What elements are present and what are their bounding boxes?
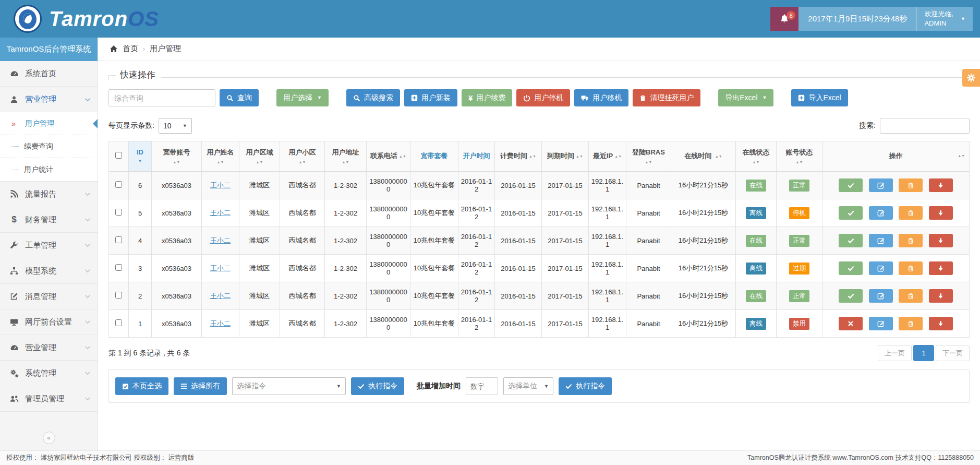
- delete-user-button[interactable]: [899, 206, 923, 220]
- user-name-link[interactable]: 王小二: [210, 181, 231, 189]
- breadcrumb-home[interactable]: 首页: [123, 44, 138, 54]
- column-header-ip[interactable]: 最近IP▲▼: [589, 141, 626, 172]
- select-all-checkbox[interactable]: [115, 152, 122, 159]
- user-menu[interactable]: 欢迎光临, ADMIN ▼: [916, 7, 973, 31]
- toggle-user-button[interactable]: [839, 178, 863, 192]
- sidebar-item-finance-mgmt[interactable]: $ 财务管理: [0, 207, 98, 233]
- select-all-button[interactable]: 选择所有: [174, 377, 227, 395]
- column-header-online-status[interactable]: 在线状态▲▼: [736, 141, 777, 172]
- page-size-select[interactable]: 10 ▼: [159, 118, 192, 134]
- column-header-actions[interactable]: 操作▲▼: [822, 141, 970, 172]
- toggle-user-button[interactable]: [839, 261, 863, 275]
- toggle-user-button[interactable]: [839, 289, 863, 303]
- column-header-online-time[interactable]: 在线时间 ▲▼: [671, 141, 736, 172]
- row-checkbox[interactable]: [115, 181, 122, 188]
- column-header-plan[interactable]: 宽带套餐: [410, 141, 458, 172]
- download-user-button[interactable]: [929, 261, 953, 275]
- download-user-button[interactable]: [929, 289, 953, 303]
- row-checkbox[interactable]: [115, 292, 122, 299]
- column-header-account-status[interactable]: 账号状态▲▼: [777, 141, 822, 172]
- download-user-button[interactable]: [929, 178, 953, 192]
- next-page-button[interactable]: 下一页: [936, 345, 970, 361]
- column-header-bill-date[interactable]: 计费时间▲▼: [495, 141, 542, 172]
- toggle-user-button[interactable]: [839, 234, 863, 247]
- column-header-open-date[interactable]: 开户时间: [458, 141, 495, 172]
- download-user-button[interactable]: [929, 234, 953, 247]
- sidebar-item-system-mgmt[interactable]: 系统管理: [0, 361, 98, 386]
- row-checkbox[interactable]: [115, 264, 122, 271]
- export-excel-dropdown-button[interactable]: 导出Excel ▼: [718, 89, 773, 106]
- query-button[interactable]: 查询: [220, 89, 259, 106]
- select-page-button[interactable]: 本页全选: [115, 377, 168, 395]
- column-header-phone[interactable]: 联系电话▲▼: [367, 141, 410, 172]
- user-new-install-button[interactable]: 用户新装: [404, 89, 457, 106]
- unit-select[interactable]: 选择单位 ▼: [503, 377, 553, 395]
- delete-user-button[interactable]: [899, 289, 923, 303]
- sidebar-subitem-renewal-query[interactable]: 续费查询: [0, 135, 98, 158]
- edit-user-button[interactable]: [869, 261, 893, 275]
- column-header-community[interactable]: 用户小区▲▼: [280, 141, 325, 172]
- edit-user-button[interactable]: [869, 234, 893, 247]
- brand-logo[interactable]: TamronOS: [0, 5, 159, 33]
- sort-icon: ▲▼: [217, 161, 224, 164]
- sidebar-subitem-user-management[interactable]: » 用户管理: [0, 112, 98, 135]
- execute-time-button[interactable]: 执行指令: [559, 377, 612, 395]
- delete-user-button[interactable]: [899, 261, 923, 275]
- download-user-button[interactable]: [929, 206, 953, 220]
- sidebar-item-message-mgmt[interactable]: 消息管理: [0, 284, 98, 309]
- column-header-name[interactable]: 用户姓名▲▼: [202, 141, 239, 172]
- toggle-user-button[interactable]: [839, 206, 863, 220]
- sidebar-item-business-mgmt-2[interactable]: 营业管理: [0, 335, 98, 361]
- combined-search-input[interactable]: [108, 89, 215, 106]
- sidebar-item-admin-mgmt[interactable]: 管理员管理: [0, 386, 98, 412]
- clean-dead-users-button[interactable]: 清理挂死用户: [633, 89, 700, 106]
- column-header-bras[interactable]: 登陆BRAS▲▼: [626, 141, 671, 172]
- batch-number-input[interactable]: [466, 377, 498, 395]
- prev-page-button[interactable]: 上一页: [878, 345, 912, 361]
- table-search-input[interactable]: [880, 118, 970, 134]
- sidebar-subitem-user-stats[interactable]: 用户统计: [0, 158, 98, 181]
- edit-user-button[interactable]: [869, 178, 893, 192]
- column-header-region[interactable]: 用户区域▲▼: [239, 141, 280, 172]
- import-excel-button[interactable]: 导入Excel: [791, 89, 848, 106]
- delete-user-button[interactable]: [899, 178, 923, 192]
- page-number-button[interactable]: 1: [913, 345, 934, 361]
- user-relocate-button[interactable]: 用户移机: [574, 89, 628, 106]
- edit-user-button[interactable]: [869, 289, 893, 303]
- user-renew-button[interactable]: ¥ 用户续费: [462, 89, 512, 106]
- column-header-id[interactable]: ID▼: [129, 141, 152, 172]
- user-suspend-button[interactable]: 用户停机: [516, 89, 570, 106]
- user-name-link[interactable]: 王小二: [210, 319, 231, 327]
- user-name-link[interactable]: 王小二: [210, 264, 231, 272]
- sidebar-item-portal-settings[interactable]: 网厅前台设置: [0, 309, 98, 335]
- column-header-expire-date[interactable]: 到期时间▲▼: [542, 141, 589, 172]
- column-header-account[interactable]: 宽带账号▲▼: [152, 141, 202, 172]
- sidebar-collapse-button[interactable]: «: [43, 432, 55, 444]
- row-checkbox[interactable]: [115, 236, 122, 243]
- edit-user-button[interactable]: [869, 206, 893, 220]
- toggle-user-button[interactable]: [839, 317, 863, 330]
- sidebar-item-business-mgmt[interactable]: 营业管理: [0, 87, 98, 112]
- user-name-link[interactable]: 王小二: [210, 236, 231, 244]
- user-name-link[interactable]: 王小二: [210, 292, 231, 300]
- sidebar-item-model-system[interactable]: 模型系统: [0, 258, 98, 284]
- edit-user-button[interactable]: [869, 317, 893, 330]
- user-name-link[interactable]: 王小二: [210, 209, 231, 217]
- sidebar-item-system-home[interactable]: 系统首页: [0, 61, 98, 87]
- advanced-search-button[interactable]: 高级搜索: [346, 89, 400, 106]
- settings-fab-button[interactable]: [962, 69, 980, 87]
- column-header-address[interactable]: 用户地址▲▼: [325, 141, 367, 172]
- select-all-header[interactable]: [109, 141, 129, 172]
- tree-dash-icon: [11, 170, 19, 170]
- delete-user-button[interactable]: [899, 317, 923, 330]
- delete-user-button[interactable]: [899, 234, 923, 247]
- execute-command-button[interactable]: 执行指令: [351, 377, 404, 395]
- sidebar-item-workorder-mgmt[interactable]: 工单管理: [0, 233, 98, 258]
- user-select-dropdown-button[interactable]: 用户选择 ▼: [276, 89, 329, 106]
- sidebar-item-traffic-report[interactable]: 流量报告: [0, 182, 98, 207]
- notifications-button[interactable]: 8: [770, 7, 798, 31]
- download-user-button[interactable]: [929, 317, 953, 330]
- row-checkbox[interactable]: [115, 319, 122, 326]
- row-checkbox[interactable]: [115, 209, 122, 216]
- command-select[interactable]: 选择指令 ▼: [232, 377, 346, 395]
